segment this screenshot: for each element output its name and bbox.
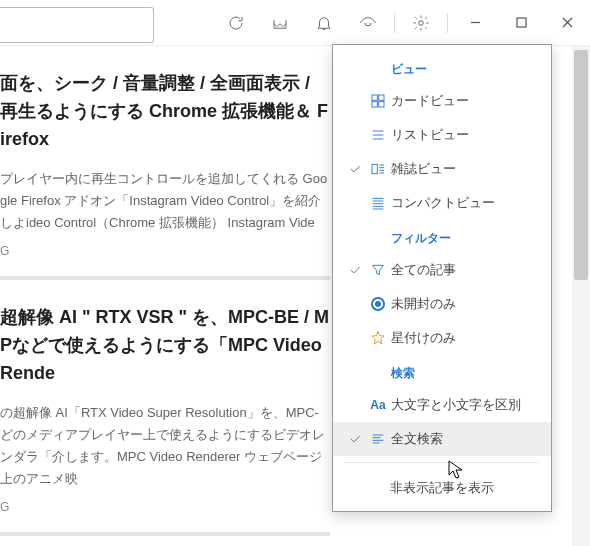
menu-item-label: 星付けのみ [391,329,539,347]
close-icon [562,17,573,28]
check-icon [348,162,362,176]
check-icon [348,263,362,277]
radio-icon [371,297,385,311]
menu-item-label: 大文字と小文字を区別 [391,396,539,414]
bell-icon [315,14,333,32]
svg-rect-2 [372,95,377,100]
menu-item-all-articles[interactable]: 全ての記事 [333,253,551,287]
article-excerpt: の超解像 AI「RTX Video Super Resolution」を、MPC… [0,402,330,490]
article-title: 面を、シーク / 音量調整 / 全画面表示 / 再生るようにする Chrome … [0,70,330,154]
settings-button[interactable] [399,0,443,46]
refresh-icon [227,14,245,32]
star-icon [370,330,386,346]
minimize-icon [470,17,481,28]
title-bar [0,0,590,46]
menu-item-case-sensitive[interactable]: Aa 大文字と小文字を区別 [333,388,551,422]
grid-icon [370,93,386,109]
menu-section-view: ビュー [333,51,551,84]
maximize-button[interactable] [498,7,544,39]
menu-item-label: リストビュー [391,126,539,144]
minimize-button[interactable] [452,7,498,39]
scrollbar-thumb[interactable] [574,50,588,280]
filter-icon [370,262,386,278]
svg-rect-6 [372,164,377,173]
inbox-button[interactable] [258,0,302,46]
article-excerpt: プレイヤー内に再生コントロールを追加してくれる Google Firefox ア… [0,168,330,234]
menu-item-fulltext-search[interactable]: 全文検索 [333,422,551,456]
scrollbar-track[interactable] [572,46,590,546]
menu-item-label: 雑誌ビュー [391,160,539,178]
maximize-icon [516,17,527,28]
refresh-button[interactable] [214,0,258,46]
menu-item-show-hidden[interactable]: 非表示記事を表示 [333,469,551,499]
search-input[interactable] [0,7,154,43]
notifications-button[interactable] [302,0,346,46]
menu-item-label: カードビュー [391,92,539,110]
text-lines-icon [370,431,386,447]
gear-icon [412,14,430,32]
article-title: 超解像 AI " RTX VSR " を、MPC-BE / MPなどで使えるよう… [0,304,330,388]
check-icon [348,432,362,446]
case-icon: Aa [370,398,385,412]
svg-point-0 [419,20,424,25]
cursor-pointer-icon [448,460,464,483]
menu-item-card-view[interactable]: カードビュー [333,84,551,118]
settings-menu: ビュー カードビュー リストビュー 雑誌ビュー コンパクトビュー フィルター 全… [332,44,552,512]
close-button[interactable] [544,7,590,39]
article-item[interactable]: の動画が、普通の YouTube プレイヤーで再生さ [0,536,330,546]
menu-section-filter: フィルター [333,220,551,253]
inbox-icon [271,14,289,32]
menu-item-label: 未開封のみ [391,295,539,313]
article-source: G [0,500,330,514]
menu-item-label: 全文検索 [391,430,539,448]
menu-item-starred-only[interactable]: 星付けのみ [333,321,551,355]
list-icon [370,127,386,143]
article-source: G [0,244,330,258]
svg-rect-3 [379,95,384,100]
menu-item-list-view[interactable]: リストビュー [333,118,551,152]
magazine-icon [370,161,386,177]
view-button[interactable] [346,0,390,46]
menu-item-label: 全ての記事 [391,261,539,279]
menu-separator [345,462,539,463]
article-item[interactable]: 超解像 AI " RTX VSR " を、MPC-BE / MPなどで使えるよう… [0,280,330,536]
eye-icon [359,14,377,32]
svg-rect-4 [372,102,377,107]
menu-item-label: コンパクトビュー [391,194,539,212]
compact-icon [370,195,386,211]
menu-item-unread-only[interactable]: 未開封のみ [333,287,551,321]
menu-section-search: 検索 [333,355,551,388]
article-item[interactable]: 面を、シーク / 音量調整 / 全画面表示 / 再生るようにする Chrome … [0,46,330,280]
menu-item-magazine-view[interactable]: 雑誌ビュー [333,152,551,186]
menu-item-compact-view[interactable]: コンパクトビュー [333,186,551,220]
separator [394,13,395,33]
svg-rect-5 [379,102,384,107]
separator [447,13,448,33]
svg-rect-1 [517,18,526,27]
